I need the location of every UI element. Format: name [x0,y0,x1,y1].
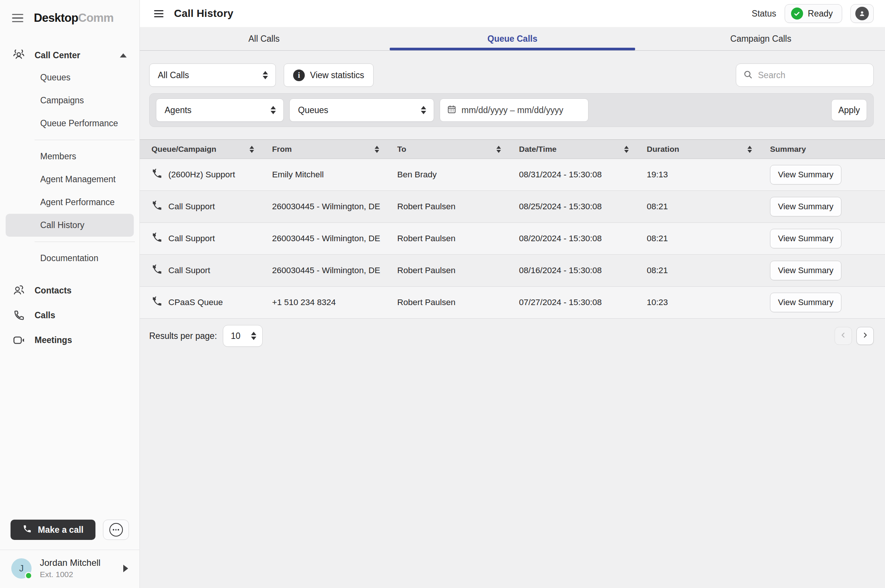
column-header-datetime: Date/Time [519,145,647,154]
app-logo: DesktopComm [34,11,113,25]
view-summary-button[interactable]: View Summary [770,293,841,312]
profile-icon [855,7,869,20]
view-summary-button[interactable]: View Summary [770,197,841,216]
agents-select[interactable]: Agents [156,98,284,122]
queues-value: Queues [298,105,328,115]
datetime-value: 07/27/2024 - 15:30:08 [519,298,647,307]
incoming-call-icon [151,232,163,245]
results-per-page-select[interactable]: 10 [223,325,263,347]
view-summary-button[interactable]: View Summary [770,261,841,280]
chevron-right-icon [861,331,869,340]
page-menu-icon[interactable] [154,10,163,17]
app-window: DesktopComm Call Center Queues Campaigns… [0,0,885,588]
profile-button[interactable] [850,4,874,23]
to-value: Robert Paulsen [397,202,519,212]
sort-icon[interactable] [375,146,379,153]
sidebar-item-call-center[interactable]: Call Center [0,44,139,66]
make-a-call-label: Make a call [38,525,83,535]
calendar-icon [447,104,457,116]
search-box [736,63,874,87]
column-header-summary: Summary [770,145,885,154]
tab-queue-calls[interactable]: Queue Calls [388,27,637,50]
expand-user-icon[interactable] [123,565,128,572]
sidebar-item-members[interactable]: Members [6,145,134,168]
sidebar-nav: Call Center Queues Campaigns Queue Perfo… [0,44,139,352]
view-statistics-button[interactable]: i View statistics [284,63,374,87]
tab-campaign-calls[interactable]: Campaign Calls [637,27,885,50]
sort-icon[interactable] [624,146,629,153]
next-page-button[interactable] [856,327,874,345]
user-extension: Ext. 1002 [40,570,115,579]
sort-icon[interactable] [496,146,501,153]
status-button[interactable]: Ready [785,4,842,23]
column-header-queue-campaign: Queue/Campaign [151,145,272,154]
call-history-table: Queue/Campaign From To Date/Time [140,139,885,319]
datetime-value: 08/16/2024 - 15:30:08 [519,266,647,275]
date-range-field [440,98,588,122]
tab-all-calls[interactable]: All Calls [140,27,388,50]
from-value: 260030445 - Wilmington, DE [272,202,397,212]
more-call-options-button[interactable] [103,520,129,540]
queues-select[interactable]: Queues [289,98,434,122]
user-name: Jordan Mitchell [40,558,115,568]
divider [35,140,135,140]
sidebar-item-agent-performance[interactable]: Agent Performance [6,191,134,214]
sidebar-item-calls[interactable]: Calls [0,303,139,328]
sidebar-item-meetings[interactable]: Meetings [0,328,139,352]
select-stepper-icon [251,332,256,340]
sidebar-item-queues[interactable]: Queues [6,66,134,89]
tab-bar: All Calls Queue Calls Campaign Calls [140,27,885,51]
from-value: 260030445 - Wilmington, DE [272,234,397,243]
view-summary-button[interactable]: View Summary [770,165,841,184]
sidebar-hamburger-icon[interactable] [12,14,23,22]
sidebar-item-agent-management[interactable]: Agent Management [6,168,134,191]
agents-value: Agents [165,105,192,115]
topbar: Call History Status Ready [140,0,885,27]
sidebar-item-documentation[interactable]: Documentation [6,247,134,270]
sidebar-item-queue-performance[interactable]: Queue Performance [6,112,134,135]
sidebar-item-label: Contacts [35,286,127,296]
sidebar-item-contacts[interactable]: Contacts [0,278,139,303]
select-stepper-icon [263,71,268,79]
view-statistics-label: View statistics [310,70,364,80]
duration-value: 08:21 [647,266,770,275]
user-profile-row[interactable]: J Jordan Mitchell Ext. 1002 [0,550,139,588]
sidebar-item-label: Calls [35,310,127,320]
date-range-input[interactable] [461,105,581,115]
column-header-from: From [272,145,397,154]
apply-button[interactable]: Apply [831,99,867,121]
sidebar-item-call-history[interactable]: Call History [6,214,134,237]
duration-value: 08:21 [647,202,770,212]
search-input[interactable] [758,70,869,80]
more-options-icon [109,523,123,537]
collapse-caret-icon[interactable] [120,53,127,57]
to-value: Robert Paulsen [397,298,519,307]
table-body: (2600Hz) Support Emily Mitchell Ben Brad… [140,159,885,319]
results-per-page-label: Results per page: [149,331,217,341]
queue-name: (2600Hz) Support [168,170,235,180]
datetime-value: 08/25/2024 - 15:30:08 [519,202,647,212]
table-row: Call Support 260030445 - Wilmington, DE … [140,223,885,255]
previous-page-button[interactable] [835,327,852,345]
column-header-to: To [397,145,519,154]
contacts-icon [12,284,26,297]
incoming-call-icon [151,296,163,309]
sidebar-item-campaigns[interactable]: Campaigns [6,89,134,112]
view-summary-button[interactable]: View Summary [770,229,841,248]
info-icon: i [293,70,305,81]
sort-icon[interactable] [747,146,752,153]
status-value: Ready [808,9,833,19]
sidebar: DesktopComm Call Center Queues Campaigns… [0,0,140,588]
table-header: Queue/Campaign From To Date/Time [140,139,885,159]
make-a-call-button[interactable]: Make a call [11,520,95,540]
filter-row-secondary: Agents Queues [149,93,874,127]
call-center-group-icon [12,48,26,62]
table-row: Call Support 260030445 - Wilmington, DE … [140,191,885,223]
call-type-select[interactable]: All Calls [149,63,276,87]
duration-value: 19:13 [647,170,770,180]
queue-name: Call Support [168,202,215,212]
sidebar-item-label: Meetings [35,335,127,345]
datetime-value: 08/31/2024 - 15:30:08 [519,170,647,180]
to-value: Ben Brady [397,170,519,180]
sort-icon[interactable] [250,146,254,153]
